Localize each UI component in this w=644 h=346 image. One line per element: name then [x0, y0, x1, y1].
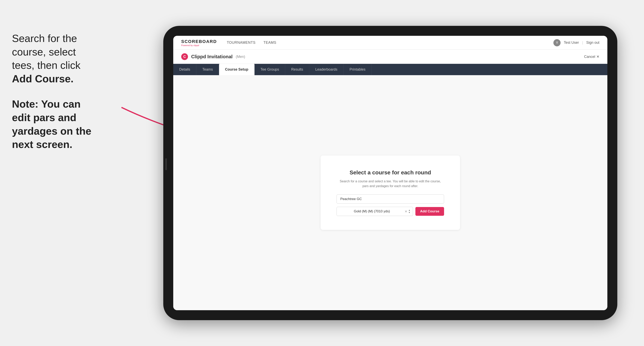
tablet-side-button: [165, 158, 167, 170]
course-setup-card: Select a course for each round Search fo…: [320, 156, 460, 230]
tab-tee-groups[interactable]: Tee Groups: [254, 64, 285, 75]
cancel-label: Cancel: [584, 55, 595, 59]
annotation-area: Search for the course, select tees, then…: [0, 24, 124, 159]
logo-area: SCOREBOARD Powered by clippd: [181, 39, 217, 46]
nav-link-teams[interactable]: TEAMS: [264, 40, 276, 45]
tab-teams[interactable]: Teams: [196, 64, 219, 75]
chevron-down-icon: ▼: [408, 212, 410, 213]
clippd-icon: C: [181, 53, 188, 60]
tab-results[interactable]: Results: [285, 64, 309, 75]
logo-title: SCOREBOARD: [181, 39, 217, 44]
tab-bar: Details Teams Course Setup Tee Groups Re…: [173, 64, 607, 75]
card-title: Select a course for each round: [336, 170, 444, 176]
main-content: Select a course for each round Search fo…: [173, 75, 607, 310]
annotation-note-text: Note: You can edit pars and yardages on …: [12, 97, 112, 151]
nav-left: SCOREBOARD Powered by clippd TOURNAMENTS…: [181, 39, 276, 46]
nav-link-tournaments[interactable]: TOURNAMENTS: [227, 40, 256, 45]
user-label: Test User: [564, 40, 579, 45]
tournament-title-row: C Clippd Invitational (Men): [181, 53, 245, 60]
tab-leaderboards[interactable]: Leaderboards: [309, 64, 344, 75]
tab-printables[interactable]: Printables: [344, 64, 372, 75]
tournament-header: C Clippd Invitational (Men) Cancel ✕: [173, 50, 607, 64]
tee-clear-button[interactable]: ✕: [405, 210, 407, 213]
annotation-main-text: Search for the course, select tees, then…: [12, 32, 112, 86]
tee-select-wrapper[interactable]: Gold (M) (M) (7010 yds) ✕ ▲ ▼: [336, 207, 413, 216]
tablet-frame: SCOREBOARD Powered by clippd TOURNAMENTS…: [163, 26, 617, 320]
add-course-button[interactable]: Add Course: [416, 207, 444, 216]
tournament-name: Clippd Invitational: [191, 54, 232, 59]
cancel-icon: ✕: [596, 54, 600, 59]
course-search-input[interactable]: [336, 194, 444, 204]
tournament-gender: (Men): [236, 55, 245, 59]
tab-course-setup[interactable]: Course Setup: [219, 64, 254, 75]
card-description: Search for a course and select a tee. Yo…: [336, 179, 444, 188]
chevron-up-icon: ▲: [408, 209, 410, 211]
tee-chevrons: ▲ ▼: [408, 209, 410, 213]
cancel-button[interactable]: Cancel ✕: [584, 54, 600, 59]
tee-select-row: Gold (M) (M) (7010 yds) ✕ ▲ ▼ Add Course: [336, 207, 444, 216]
sign-out-button[interactable]: Sign out: [586, 40, 600, 45]
tablet-screen: SCOREBOARD Powered by clippd TOURNAMENTS…: [173, 36, 607, 310]
nav-bar: SCOREBOARD Powered by clippd TOURNAMENTS…: [173, 36, 607, 50]
logo-subtitle: Powered by clippd: [181, 44, 217, 46]
tee-value: Gold (M) (M) (7010 yds): [339, 207, 405, 216]
user-avatar: T: [554, 39, 560, 46]
nav-links: TOURNAMENTS TEAMS: [227, 40, 276, 45]
nav-separator: |: [582, 40, 583, 45]
nav-right: T Test User | Sign out: [554, 39, 600, 46]
tab-details[interactable]: Details: [173, 64, 196, 75]
